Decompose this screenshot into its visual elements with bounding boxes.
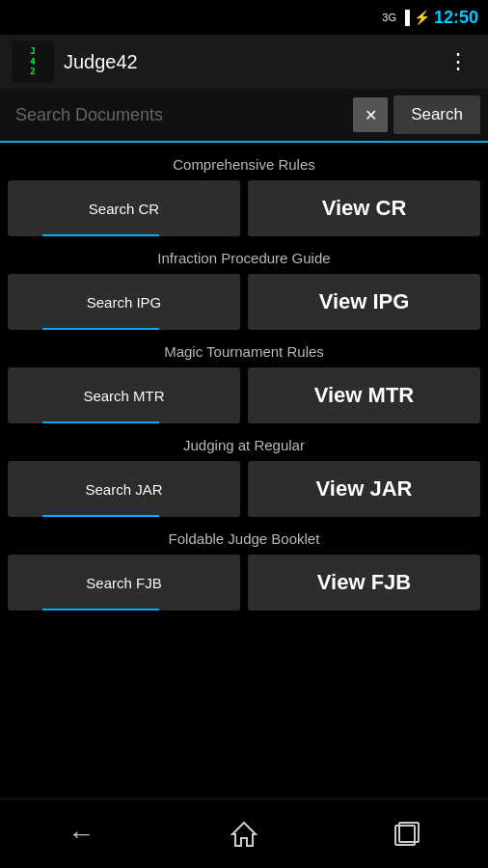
home-icon: [230, 821, 258, 848]
search-button[interactable]: Search: [393, 95, 480, 134]
search-search-mtr-button[interactable]: Search MTR: [8, 367, 240, 423]
time-display: 12:50: [434, 8, 478, 28]
home-button[interactable]: [215, 815, 273, 854]
section-4: Foldable Judge BookletSearch FJBView FJB: [8, 530, 480, 610]
section-3: Judging at RegularSearch JARView JAR: [8, 437, 480, 517]
section-buttons-0: Search CRView CR: [8, 180, 480, 236]
more-options-icon[interactable]: ⋮: [440, 41, 476, 82]
recents-icon: [394, 822, 420, 847]
section-label-2: Magic Tournament Rules: [8, 343, 480, 360]
section-label-3: Judging at Regular: [8, 437, 480, 453]
bottom-navigation: ←: [0, 799, 488, 868]
section-label-1: Infraction Procedure Guide: [8, 250, 480, 266]
signal-icon: 3G: [382, 12, 396, 23]
search-search-jar-button[interactable]: Search JAR: [8, 461, 240, 517]
view-view-cr-button[interactable]: View CR: [248, 180, 480, 236]
section-buttons-2: Search MTRView MTR: [8, 367, 480, 423]
search-input[interactable]: [8, 101, 347, 129]
view-view-mtr-button[interactable]: View MTR: [248, 367, 480, 423]
back-icon: ←: [68, 819, 95, 850]
clear-button[interactable]: ✕: [353, 97, 388, 132]
section-label-4: Foldable Judge Booklet: [8, 530, 480, 547]
section-2: Magic Tournament RulesSearch MTRView MTR: [8, 343, 480, 423]
status-bar: 3G ▐ ⚡ 12:50: [0, 0, 488, 35]
section-buttons-1: Search IPGView IPG: [8, 274, 480, 330]
view-view-jar-button[interactable]: View JAR: [248, 461, 480, 517]
view-view-fjb-button[interactable]: View FJB: [248, 555, 480, 610]
section-1: Infraction Procedure GuideSearch IPGView…: [8, 250, 480, 330]
search-search-cr-button[interactable]: Search CR: [8, 180, 240, 236]
section-0: Comprehensive RulesSearch CRView CR: [8, 156, 480, 236]
app-bar: J42 Judge42 ⋮: [0, 35, 488, 89]
back-button[interactable]: ←: [52, 815, 110, 854]
search-search-fjb-button[interactable]: Search FJB: [8, 555, 240, 610]
signal-bars-icon: ▐: [400, 10, 410, 25]
view-view-ipg-button[interactable]: View IPG: [248, 274, 480, 330]
search-bar: ✕ Search: [0, 89, 488, 143]
recents-button[interactable]: [378, 815, 436, 854]
svg-marker-0: [232, 823, 256, 846]
section-buttons-3: Search JARView JAR: [8, 461, 480, 517]
section-label-0: Comprehensive Rules: [8, 156, 480, 173]
main-content: Comprehensive RulesSearch CRView CRInfra…: [0, 156, 488, 610]
app-icon: J42: [12, 41, 54, 83]
app-title: Judge42: [64, 51, 138, 73]
app-bar-left: J42 Judge42: [12, 41, 138, 83]
search-search-ipg-button[interactable]: Search IPG: [8, 274, 240, 330]
section-buttons-4: Search FJBView FJB: [8, 555, 480, 610]
battery-icon: ⚡: [414, 10, 430, 25]
